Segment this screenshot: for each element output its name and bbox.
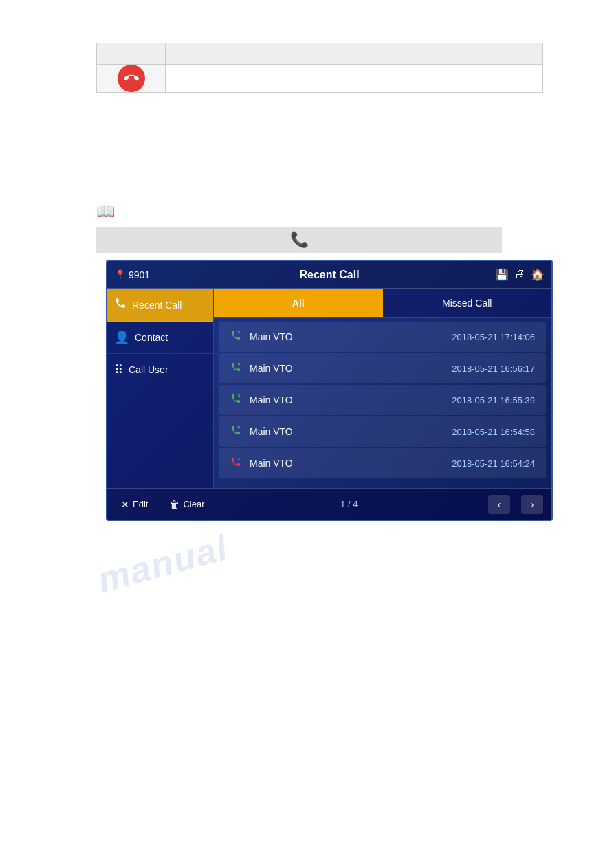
title-bar: 📍 9901 Recent Call 💾 🖨 🏠 bbox=[107, 261, 551, 289]
call-time-3: 2018-05-21 16:54:58 bbox=[452, 427, 535, 437]
clear-button[interactable]: 🗑 Clear bbox=[164, 496, 210, 513]
location-number: 9901 bbox=[129, 269, 150, 280]
recent-call-icon bbox=[114, 297, 127, 313]
clear-label: Clear bbox=[183, 499, 204, 509]
table-row1-right bbox=[166, 65, 542, 92]
call-item-0[interactable]: Main VTO 2018-05-21 17:14:06 bbox=[219, 322, 546, 352]
call-time-1: 2018-05-21 16:56:17 bbox=[452, 364, 535, 374]
call-incoming-icon-1 bbox=[230, 361, 241, 375]
contact-icon: 👤 bbox=[114, 330, 129, 345]
watermark: manual bbox=[94, 526, 233, 601]
phone-icon-row: 📞 bbox=[96, 227, 502, 253]
edit-button[interactable]: ✕ Edit bbox=[116, 496, 153, 513]
call-name-2: Main VTO bbox=[250, 394, 452, 405]
call-list: Main VTO 2018-05-21 17:14:06 Main VTO 20… bbox=[214, 318, 551, 488]
call-item-4[interactable]: Main VTO 2018-05-21 16:54:24 bbox=[219, 448, 546, 478]
sidebar-recent-call-label: Recent Call bbox=[132, 300, 182, 311]
sidebar-item-call-user[interactable]: ⠿ Call User bbox=[107, 354, 213, 386]
print-icon[interactable]: 🖨 bbox=[514, 268, 525, 281]
sidebar-call-user-label: Call User bbox=[129, 364, 168, 375]
end-call-cell[interactable] bbox=[97, 65, 166, 92]
call-item-2[interactable]: Main VTO 2018-05-21 16:55:39 bbox=[219, 385, 546, 415]
call-item-1[interactable]: Main VTO 2018-05-21 16:56:17 bbox=[219, 353, 546, 383]
device-screen: 📍 9901 Recent Call 💾 🖨 🏠 Recent Call 👤 bbox=[106, 260, 553, 521]
location-display: 📍 9901 bbox=[114, 269, 150, 280]
phone-ring-icon: 📞 bbox=[290, 231, 309, 249]
call-name-0: Main VTO bbox=[250, 331, 452, 342]
trash-icon: 🗑 bbox=[170, 499, 179, 510]
call-incoming-icon-0 bbox=[230, 330, 241, 344]
page-info: 1 / 4 bbox=[221, 499, 477, 509]
sidebar: Recent Call 👤 Contact ⠿ Call User bbox=[107, 289, 214, 488]
call-incoming-icon-2 bbox=[230, 393, 241, 407]
prev-page-button[interactable]: ‹ bbox=[488, 495, 510, 514]
call-incoming-icon-3 bbox=[230, 425, 241, 438]
main-content: Recent Call 👤 Contact ⠿ Call User All Mi… bbox=[107, 289, 551, 488]
right-panel: All Missed Call Main VTO 2018-05-21 17:1… bbox=[214, 289, 551, 488]
save-icon[interactable]: 💾 bbox=[495, 268, 509, 281]
call-time-0: 2018-05-21 17:14:06 bbox=[452, 332, 535, 342]
call-missed-icon-4 bbox=[230, 456, 241, 470]
call-item-3[interactable]: Main VTO 2018-05-21 16:54:58 bbox=[219, 416, 546, 447]
footer-bar: ✕ Edit 🗑 Clear 1 / 4 ‹ › bbox=[107, 488, 551, 520]
tab-all[interactable]: All bbox=[214, 289, 383, 317]
call-time-2: 2018-05-21 16:55:39 bbox=[452, 395, 535, 405]
call-name-3: Main VTO bbox=[250, 426, 452, 437]
call-user-icon: ⠿ bbox=[114, 362, 123, 377]
sidebar-item-contact[interactable]: 👤 Contact bbox=[107, 322, 213, 354]
sidebar-item-recent-call[interactable]: Recent Call bbox=[107, 289, 213, 322]
table-header-left bbox=[97, 43, 166, 64]
call-time-4: 2018-05-21 16:54:24 bbox=[452, 458, 535, 469]
home-icon[interactable]: 🏠 bbox=[531, 268, 545, 281]
table-header-right bbox=[166, 43, 542, 64]
tab-bar: All Missed Call bbox=[214, 289, 551, 318]
screen-title: Recent Call bbox=[299, 269, 359, 281]
edit-label: Edit bbox=[133, 499, 148, 509]
next-page-button[interactable]: › bbox=[521, 495, 543, 514]
top-table bbox=[96, 43, 543, 93]
title-icon-group: 💾 🖨 🏠 bbox=[495, 268, 545, 281]
pin-icon: 📍 bbox=[114, 269, 126, 280]
tab-missed-call[interactable]: Missed Call bbox=[383, 289, 552, 317]
end-call-button[interactable] bbox=[118, 65, 145, 92]
edit-x-icon: ✕ bbox=[121, 499, 129, 510]
call-name-4: Main VTO bbox=[250, 458, 452, 469]
call-name-1: Main VTO bbox=[250, 363, 452, 374]
book-icon: 📖 bbox=[96, 203, 115, 221]
sidebar-contact-label: Contact bbox=[135, 332, 168, 343]
